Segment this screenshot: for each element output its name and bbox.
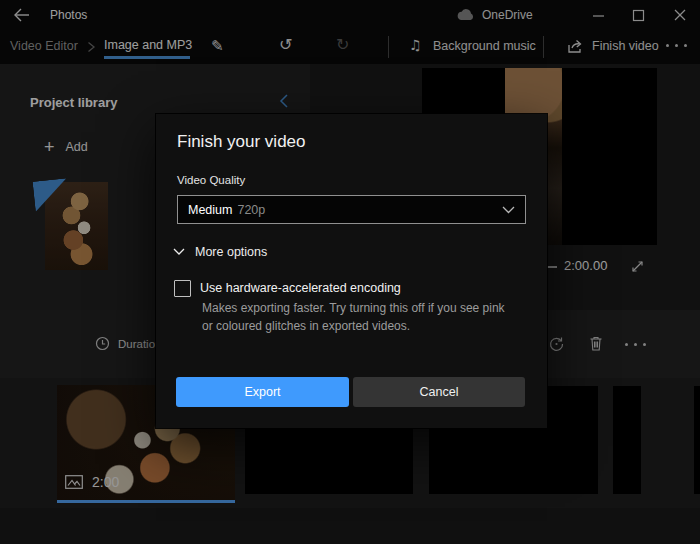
photos-app-window: Photos OneDrive Video Editor Image and M… <box>0 0 700 544</box>
chevron-down-icon <box>502 206 515 214</box>
more-options-toggle[interactable]: More options <box>173 245 267 259</box>
quality-selected-value: Medium <box>188 203 232 217</box>
hardware-encoding-description: or coloured glitches in exported videos. <box>202 319 410 333</box>
export-button[interactable]: Export <box>176 377 349 407</box>
quality-selected-suffix: 720p <box>237 203 265 217</box>
chevron-down-icon <box>173 248 185 256</box>
video-quality-dropdown[interactable]: Medium 720p <box>177 195 526 224</box>
hardware-encoding-checkbox[interactable] <box>174 280 191 297</box>
hardware-encoding-description: Makes exporting faster. Try turning this… <box>202 301 505 315</box>
more-options-label: More options <box>195 245 267 259</box>
finish-video-dialog: Finish your video Video Quality Medium 7… <box>156 114 547 428</box>
cancel-button[interactable]: Cancel <box>353 377 525 407</box>
dialog-title: Finish your video <box>177 132 306 152</box>
hardware-encoding-label[interactable]: Use hardware-accelerated encoding <box>200 281 401 295</box>
video-quality-label: Video Quality <box>177 174 245 186</box>
